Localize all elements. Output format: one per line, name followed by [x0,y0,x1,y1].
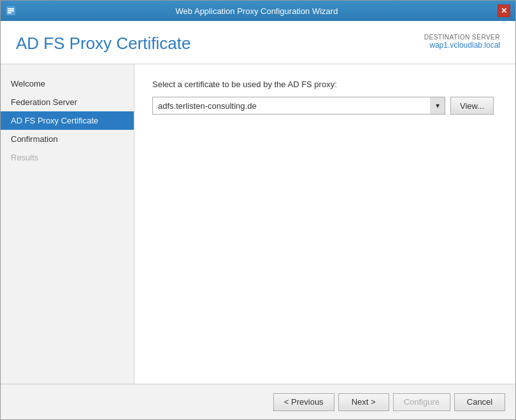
wizard-nav: Welcome Federation Server AD FS Proxy Ce… [1,64,134,384]
footer: < Previous Next > Configure Cancel [1,384,515,419]
destination-server-label: DESTINATION SERVER [424,34,500,41]
nav-item-federation-server[interactable]: Federation Server [1,93,134,111]
nav-item-adfs-proxy-cert[interactable]: AD FS Proxy Certificate [1,111,134,130]
main-area: Welcome Federation Server AD FS Proxy Ce… [1,64,515,384]
app-icon [6,6,16,16]
certificate-select[interactable]: adfs.terlisten-consulting.de [152,97,445,115]
certificate-select-wrapper: adfs.terlisten-consulting.de [152,97,445,115]
close-button[interactable]: ✕ [498,4,510,17]
previous-button[interactable]: < Previous [273,393,334,411]
configure-button: Configure [393,393,450,411]
window-title: Web Application Proxy Configuration Wiza… [16,6,498,16]
instruction-text: Select a certificate to be used by the A… [152,80,498,89]
title-bar: Web Application Proxy Configuration Wiza… [1,1,515,21]
content-area: Select a certificate to be used by the A… [134,64,515,384]
wizard-window: Web Application Proxy Configuration Wiza… [0,0,516,420]
svg-rect-1 [8,8,14,10]
page-title: AD FS Proxy Certificate [16,34,191,53]
nav-item-results: Results [1,148,134,167]
destination-server-info: DESTINATION SERVER wap1.vcloudlab.local [424,34,500,50]
svg-rect-3 [8,12,11,13]
nav-item-confirmation[interactable]: Confirmation [1,130,134,148]
page-header: AD FS Proxy Certificate DESTINATION SERV… [1,21,515,64]
view-button[interactable]: View... [450,97,494,115]
cancel-button[interactable]: Cancel [454,393,505,411]
next-button[interactable]: Next > [338,393,389,411]
svg-rect-2 [8,10,14,11]
certificate-row: adfs.terlisten-consulting.de View... [152,97,498,115]
nav-item-welcome[interactable]: Welcome [1,74,134,93]
destination-server-value: wap1.vcloudlab.local [424,41,500,50]
